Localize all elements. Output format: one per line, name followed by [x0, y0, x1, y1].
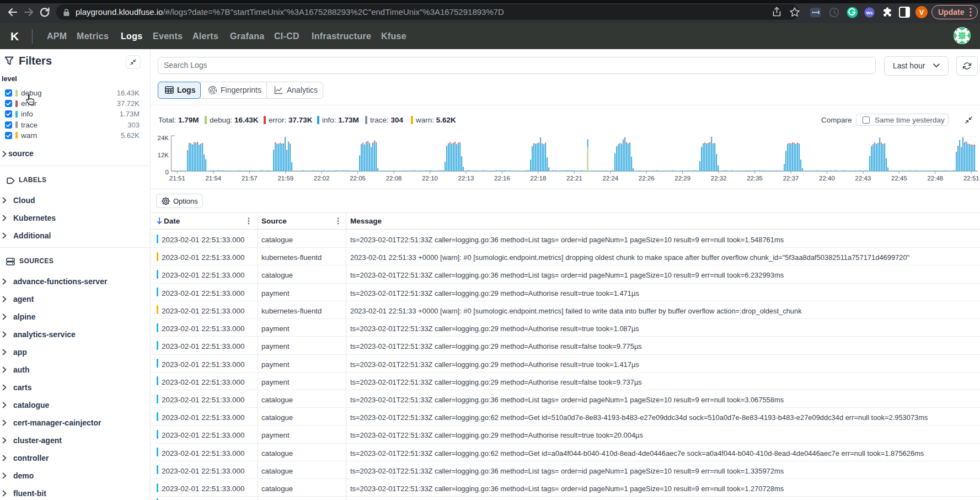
svg-text:21:54: 21:54	[205, 175, 221, 182]
svg-text:22:29: 22:29	[674, 175, 690, 182]
svg-text:12K: 12K	[158, 152, 169, 158]
svg-text:21:59: 21:59	[277, 175, 293, 182]
svg-text:22:24: 22:24	[602, 175, 618, 182]
svg-text:22:05: 22:05	[350, 175, 366, 182]
svg-text:22:16: 22:16	[494, 175, 510, 182]
svg-text:22:02: 22:02	[314, 175, 330, 182]
svg-text:22:26: 22:26	[639, 175, 655, 182]
svg-text:22:08: 22:08	[386, 175, 402, 182]
svg-text:0: 0	[165, 169, 169, 175]
svg-text:22:43: 22:43	[855, 175, 871, 182]
svg-text:22:21: 22:21	[566, 175, 582, 182]
svg-text:22:13: 22:13	[458, 175, 474, 182]
svg-text:21:57: 21:57	[242, 175, 258, 182]
svg-text:22:48: 22:48	[927, 175, 943, 182]
svg-text:22:35: 22:35	[747, 175, 763, 182]
svg-text:24K: 24K	[158, 135, 169, 141]
svg-text:21:51: 21:51	[169, 175, 185, 182]
svg-text:22:18: 22:18	[531, 175, 547, 182]
svg-text:22:10: 22:10	[422, 175, 438, 182]
svg-text:22:32: 22:32	[711, 175, 727, 182]
svg-text:V: V	[919, 9, 924, 17]
svg-text:Ws: Ws	[866, 10, 874, 15]
svg-text:22:40: 22:40	[819, 175, 835, 182]
svg-text:22:37: 22:37	[783, 175, 799, 182]
svg-text:22:51: 22:51	[963, 175, 979, 182]
svg-text:22:45: 22:45	[891, 175, 907, 182]
